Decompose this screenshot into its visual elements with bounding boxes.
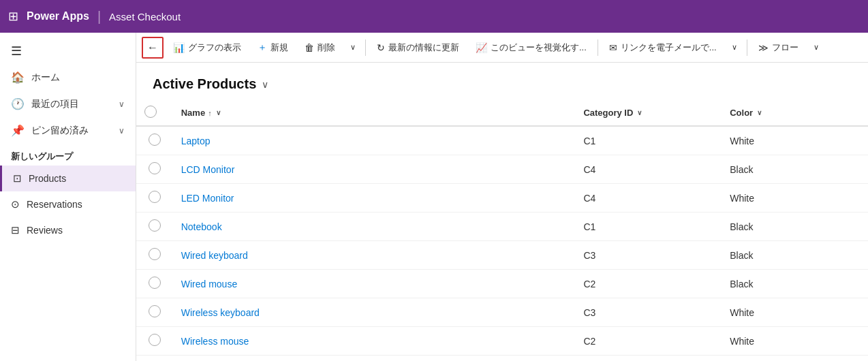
layout: ☰ 🏠 ホーム 🕐 最近の項目 ∨ 📌 ピン留め済み ∨ 新しいグループ ⊡ P… [0, 33, 868, 361]
products-icon: ⊡ [13, 172, 22, 185]
table-row[interactable]: LCD Monitor C4 Black [136, 155, 868, 184]
col-header-name[interactable]: Name ↑ ∨ [173, 100, 576, 126]
col-category-label: Category ID [583, 108, 633, 118]
refresh-label: 最新の情報に更新 [388, 42, 459, 54]
cmd-divider-2 [598, 40, 598, 56]
table-row[interactable]: Wired mouse C2 Black [136, 270, 868, 298]
row-name-5[interactable]: Wired mouse [173, 270, 576, 298]
row-color-6: White [722, 298, 868, 327]
table-row[interactable]: Wired keyboard C3 Black [136, 241, 868, 270]
visualize-button[interactable]: 📈 このビューを視覚化す... [469, 37, 593, 58]
chart-icon: 📈 [476, 42, 487, 53]
delete-button[interactable]: 🗑 削除 [298, 37, 342, 58]
sidebar-reservations-label: Reservations [27, 199, 82, 210]
table-row[interactable]: Wireless mouse C2 White [136, 327, 868, 356]
graph-view-button[interactable]: 📊 グラフの表示 [166, 37, 248, 58]
pin-icon: 📌 [11, 124, 25, 137]
row-color-0: White [722, 126, 868, 155]
row-checkbox-3[interactable] [136, 213, 173, 241]
row-name-link-6[interactable]: Wireless keyboard [181, 307, 260, 318]
row-checkbox-0[interactable] [136, 126, 173, 155]
row-category-5: C2 [575, 270, 722, 298]
main-content: Active Products ∨ Name ↑ ∨ [136, 63, 868, 361]
new-label: 新規 [270, 42, 288, 54]
chevron-down-icon: ∨ [119, 99, 125, 109]
sidebar-reviews-label: Reviews [27, 225, 63, 236]
radio-icon-6 [149, 305, 161, 317]
sidebar-group-label: 新しいグループ [0, 144, 136, 166]
flow-icon: ≫ [758, 42, 769, 53]
row-checkbox-6[interactable] [136, 298, 173, 327]
sidebar-pinned-label: ピン留め済み [31, 125, 89, 137]
row-name-2[interactable]: LED Monitor [173, 184, 576, 213]
row-name-1[interactable]: LCD Monitor [173, 155, 576, 184]
sidebar-item-recent[interactable]: 🕐 最近の項目 ∨ [0, 91, 136, 117]
radio-icon-0 [149, 134, 161, 146]
row-name-link-1[interactable]: LCD Monitor [181, 164, 235, 175]
cmd-divider-3 [747, 40, 747, 56]
table-row[interactable]: Wireless keyboard C3 White [136, 298, 868, 327]
row-name-6[interactable]: Wireless keyboard [173, 298, 576, 327]
sidebar: ☰ 🏠 ホーム 🕐 最近の項目 ∨ 📌 ピン留め済み ∨ 新しいグループ ⊡ P… [0, 33, 136, 361]
row-name-7[interactable]: Wireless mouse [173, 327, 576, 356]
row-name-4[interactable]: Wired keyboard [173, 241, 576, 270]
row-name-0[interactable]: Laptop [173, 126, 576, 155]
reservations-icon: ⊙ [11, 198, 20, 210]
sidebar-item-reviews[interactable]: ⊟ Reviews [0, 217, 136, 243]
row-checkbox-7[interactable] [136, 327, 173, 356]
row-category-1: C4 [575, 155, 722, 184]
col-color-chevron-icon: ∨ [757, 109, 762, 116]
row-checkbox-1[interactable] [136, 155, 173, 184]
row-checkbox-5[interactable] [136, 270, 173, 298]
row-name-link-2[interactable]: LED Monitor [181, 193, 234, 204]
col-header-color[interactable]: Color ∨ [722, 100, 868, 126]
col-header-category[interactable]: Category ID ∨ [575, 100, 722, 126]
grid-icon[interactable]: ⊞ [8, 9, 18, 24]
view-title-chevron-icon[interactable]: ∨ [262, 79, 268, 90]
row-name-link-5[interactable]: Wired mouse [181, 279, 237, 289]
row-color-5: Black [722, 270, 868, 298]
radio-icon-1 [149, 162, 161, 174]
sidebar-item-reservations[interactable]: ⊙ Reservations [0, 191, 136, 217]
row-name-link-3[interactable]: Notebook [181, 221, 222, 232]
refresh-button[interactable]: ↻ 最新の情報に更新 [370, 37, 466, 58]
hamburger-button[interactable]: ☰ [0, 38, 136, 64]
row-checkbox-4[interactable] [136, 241, 173, 270]
radio-icon-5 [149, 277, 161, 289]
topbar-divider: | [97, 9, 101, 25]
commandbar: ← 📊 グラフの表示 ＋ 新規 🗑 削除 ∨ ↻ 最新の情報に更新 📈 [136, 33, 868, 63]
sidebar-products-label: Products [29, 173, 66, 184]
sidebar-item-home[interactable]: 🏠 ホーム [0, 64, 136, 91]
table-row[interactable]: LED Monitor C4 White [136, 184, 868, 213]
col-name-chevron-icon: ∨ [216, 109, 221, 116]
radio-all-icon [144, 106, 157, 118]
sort-asc-icon: ↑ [208, 109, 212, 117]
reviews-icon: ⊟ [11, 224, 20, 236]
view-header: Active Products ∨ [136, 63, 868, 100]
graph-view-label: グラフの表示 [188, 42, 241, 54]
row-color-1: Black [722, 155, 868, 184]
row-category-6: C3 [575, 298, 722, 327]
row-category-2: C4 [575, 184, 722, 213]
flow-chevron[interactable]: ∨ [808, 38, 824, 57]
row-name-3[interactable]: Notebook [173, 213, 576, 241]
back-button[interactable]: ← [142, 37, 164, 59]
table-row[interactable]: Notebook C1 Black [136, 213, 868, 241]
sidebar-item-pinned[interactable]: 📌 ピン留め済み ∨ [0, 117, 136, 144]
flow-button[interactable]: ≫ フロー [751, 37, 805, 58]
row-category-3: C1 [575, 213, 722, 241]
delete-chevron[interactable]: ∨ [345, 38, 361, 57]
row-name-link-7[interactable]: Wireless mouse [181, 336, 249, 347]
row-checkbox-2[interactable] [136, 184, 173, 213]
new-button[interactable]: ＋ 新規 [251, 37, 295, 58]
row-name-link-0[interactable]: Laptop [181, 136, 211, 146]
select-all-checkbox-header[interactable] [136, 100, 173, 126]
table-row[interactable]: Laptop C1 White [136, 126, 868, 155]
plus-icon: ＋ [258, 42, 267, 54]
email-chevron[interactable]: ∨ [726, 38, 743, 57]
sidebar-item-products[interactable]: ⊡ Products [0, 166, 136, 191]
col-name-label: Name [181, 108, 205, 118]
row-name-link-4[interactable]: Wired keyboard [181, 250, 248, 261]
chevron-down-icon-pinned: ∨ [119, 126, 125, 136]
email-button[interactable]: ✉ リンクを電子メールで... [602, 37, 724, 58]
